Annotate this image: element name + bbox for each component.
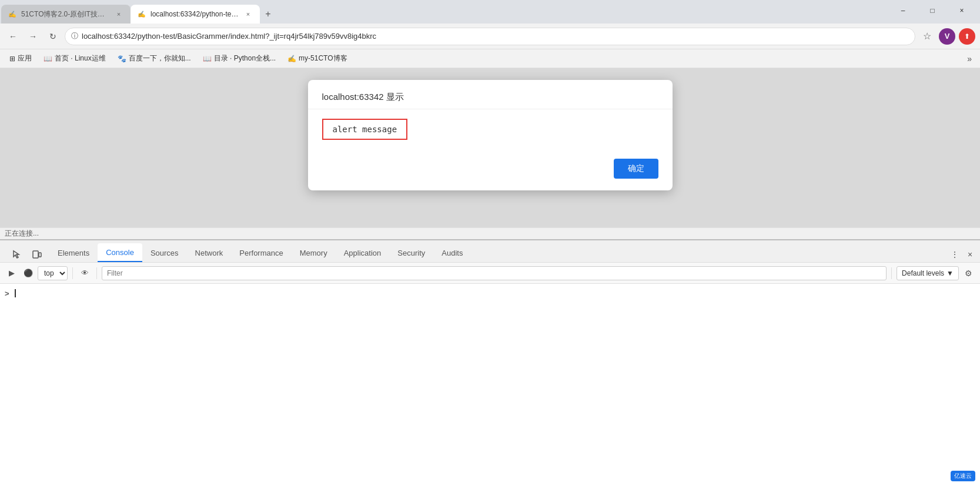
tab-sources-label: Sources <box>150 249 179 257</box>
title-bar: ✍ 51CTO博客2.0-原创IT技术文章... × ✍ localhost:6… <box>0 0 980 24</box>
bookmark-button[interactable]: ☆ <box>919 28 935 45</box>
devtools-panel: Elements Console Sources Network Perform… <box>0 239 980 486</box>
alert-footer: 确定 <box>308 152 673 190</box>
dropdown-arrow-icon: ▼ <box>946 269 954 277</box>
devtools-more-button[interactable]: ⋮ <box>947 247 962 262</box>
book-icon-1: 📖 <box>44 55 52 63</box>
apps-icon: ⊞ <box>9 55 15 63</box>
tab-elements[interactable]: Elements <box>49 243 98 262</box>
console-filter-input[interactable] <box>102 266 887 280</box>
tab-audits-label: Audits <box>441 249 463 257</box>
window-controls: – □ × <box>889 2 980 19</box>
bookmark-python[interactable]: 📖 目录 · Python全栈... <box>198 52 280 65</box>
tab-memory[interactable]: Memory <box>292 243 336 262</box>
alert-message: alert message <box>322 119 408 140</box>
tab-2[interactable]: ✍ localhost:63342/python-test/B... × <box>131 5 260 24</box>
default-levels-dropdown[interactable]: Default levels ▼ <box>897 266 959 280</box>
console-input-line: > <box>5 286 975 300</box>
svg-rect-0 <box>33 251 38 258</box>
profile-avatar[interactable]: V <box>939 28 955 45</box>
bookmarks-more-button[interactable]: » <box>964 52 975 65</box>
console-divider-3 <box>891 267 892 279</box>
reload-button[interactable]: ↻ <box>45 28 61 45</box>
tab-sources[interactable]: Sources <box>142 243 187 262</box>
tab-console[interactable]: Console <box>98 243 142 262</box>
address-text: localhost:63342/python-test/BasicGrammer… <box>82 32 909 41</box>
tab-security-label: Security <box>397 249 425 257</box>
bookmark-linux-label: 首页 · Linux运维 <box>55 53 106 63</box>
bookmark-linux[interactable]: 📖 首页 · Linux运维 <box>39 52 111 65</box>
baidu-icon: 🐾 <box>118 55 126 63</box>
devtools-device-icon[interactable] <box>29 247 45 262</box>
alert-header: localhost:63342 显示 <box>308 80 673 109</box>
maximize-button[interactable]: □ <box>919 2 946 19</box>
bookmarks-bar: ⊞ 应用 📖 首页 · Linux运维 🐾 百度一下，你就知... 📖 目录 ·… <box>0 49 980 68</box>
tab-performance-label: Performance <box>239 249 283 257</box>
minimize-button[interactable]: – <box>889 2 917 19</box>
tab-performance[interactable]: Performance <box>231 243 291 262</box>
console-toolbar: ▶ ⚫ top 👁 Default levels ▼ ⚙ <box>0 263 980 284</box>
tab-memory-label: Memory <box>300 249 327 257</box>
console-divider-2 <box>96 267 97 279</box>
tab1-close[interactable]: × <box>114 9 123 19</box>
tab1-title: 51CTO博客2.0-原创IT技术文章... <box>21 9 109 19</box>
forward-button[interactable]: → <box>25 28 41 45</box>
bookmark-apps-label: 应用 <box>18 53 32 63</box>
tab-audits[interactable]: Audits <box>433 243 471 262</box>
alert-overlay: localhost:63342 显示 alert message 确定 <box>0 68 980 227</box>
alert-body: alert message <box>308 109 673 152</box>
devtools-inspect-icon[interactable] <box>9 247 25 262</box>
devtools-actions: ⋮ × <box>947 247 980 262</box>
console-settings-button[interactable]: ⚙ <box>961 266 975 280</box>
lock-icon: ⓘ <box>71 31 78 41</box>
close-button[interactable]: × <box>948 2 975 19</box>
console-content[interactable]: > <box>0 284 980 486</box>
console-play-button[interactable]: ▶ <box>5 266 19 280</box>
default-levels-label: Default levels <box>902 269 944 277</box>
alert-dialog: localhost:63342 显示 alert message 确定 <box>308 80 673 190</box>
tab-application[interactable]: Application <box>336 243 390 262</box>
address-bar[interactable]: ⓘ localhost:63342/python-test/BasicGramm… <box>65 28 915 45</box>
book-icon-2: 📖 <box>203 55 212 63</box>
console-divider <box>72 267 73 279</box>
bookmark-python-label: 目录 · Python全栈... <box>214 53 276 63</box>
status-bar: 正在连接... <box>0 227 980 239</box>
bottom-right-badge[interactable]: 亿速云 <box>951 471 975 481</box>
bookmark-51cto-label: my-51CTO博客 <box>299 53 347 63</box>
tab-network-label: Network <box>195 249 223 257</box>
status-text: 正在连接... <box>5 229 39 239</box>
tab-1[interactable]: ✍ 51CTO博客2.0-原创IT技术文章... × <box>1 5 131 24</box>
nav-bar: ← → ↻ ⓘ localhost:63342/python-test/Basi… <box>0 24 980 49</box>
console-context-dropdown[interactable]: top <box>38 266 68 280</box>
tab-console-label: Console <box>106 248 134 257</box>
new-tab-button[interactable]: + <box>260 6 276 22</box>
tab-application-label: Application <box>344 249 382 257</box>
alert-ok-button[interactable]: 确定 <box>614 159 658 179</box>
back-button[interactable]: ← <box>5 28 21 45</box>
51cto-icon: ✍ <box>287 55 296 63</box>
page-area: localhost:63342 显示 alert message 确定 <box>0 68 980 227</box>
bookmark-baidu[interactable]: 🐾 百度一下，你就知... <box>113 52 196 65</box>
tab-elements-label: Elements <box>58 249 89 257</box>
alert-title: localhost:63342 显示 <box>322 92 404 102</box>
browser-window: ✍ 51CTO博客2.0-原创IT技术文章... × ✍ localhost:6… <box>0 0 980 486</box>
console-prompt: > <box>5 289 9 298</box>
devtools-close-button[interactable]: × <box>962 247 978 262</box>
tab2-close[interactable]: × <box>243 9 253 19</box>
tab-security[interactable]: Security <box>389 243 433 262</box>
console-block-button[interactable]: ⚫ <box>21 266 35 280</box>
bookmark-51cto[interactable]: ✍ my-51CTO博客 <box>283 52 352 65</box>
tab-network[interactable]: Network <box>187 243 232 262</box>
console-eye-button[interactable]: 👁 <box>78 266 92 280</box>
devtools-icon-group <box>5 247 49 262</box>
console-cursor <box>15 289 16 297</box>
devtools-tabs: Elements Console Sources Network Perform… <box>0 240 980 263</box>
update-icon[interactable]: ⬆ <box>959 28 975 45</box>
content-area: localhost:63342 显示 alert message 确定 正在连接… <box>0 68 980 486</box>
tab1-favicon: ✍ <box>8 10 16 18</box>
bookmark-apps[interactable]: ⊞ 应用 <box>5 52 36 65</box>
svg-rect-1 <box>39 253 41 257</box>
tab2-favicon: ✍ <box>138 10 146 18</box>
bookmark-baidu-label: 百度一下，你就知... <box>129 53 191 63</box>
tab2-title: localhost:63342/python-test/B... <box>150 10 239 18</box>
